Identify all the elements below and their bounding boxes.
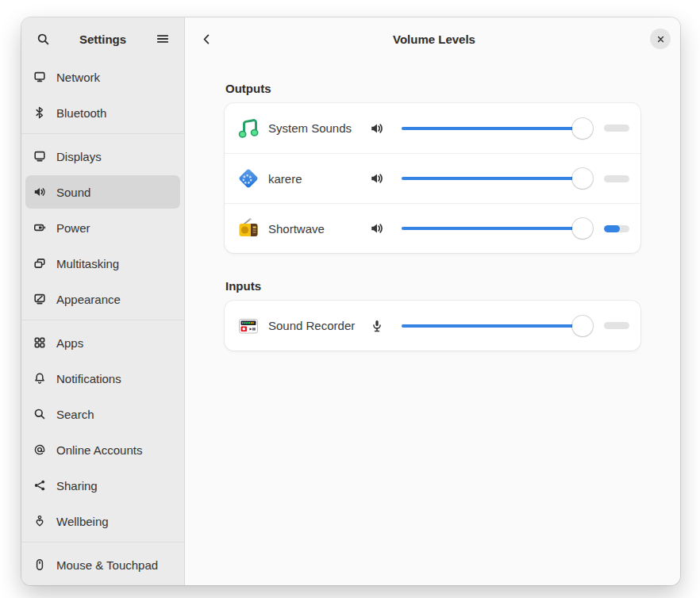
sidebar-item-mouse-touchpad[interactable]: Mouse & Touchpad <box>25 548 180 581</box>
appearance-icon <box>33 293 46 305</box>
sidebar-item-apps[interactable]: Apps <box>25 326 180 359</box>
volume-slider[interactable] <box>402 218 593 239</box>
back-chevron-icon <box>200 33 213 46</box>
sidebar-item-search[interactable]: Search <box>25 397 180 431</box>
sidebar-item-network[interactable]: Network <box>25 60 180 94</box>
sidebar-item-bluetooth[interactable]: Bluetooth <box>25 96 180 129</box>
search-icon <box>37 33 50 46</box>
inputs-card: Sound Recorder <box>225 301 640 351</box>
sidebar-item-appearance[interactable]: Appearance <box>25 282 180 316</box>
sidebar: Settings Network Bluetooth Displays Soun… <box>21 17 185 585</box>
outputs-heading: Outputs <box>225 82 640 95</box>
sidebar-item-label: Bluetooth <box>56 106 106 120</box>
sidebar-item-power[interactable]: Power <box>25 211 180 244</box>
sharing-icon <box>33 479 46 492</box>
sidebar-item-label: Multitasking <box>56 257 119 270</box>
level-meter <box>604 322 629 329</box>
sound-recorder-app-icon <box>236 313 261 339</box>
volume-levels-panel: Volume Levels Outputs System Sounds kare… <box>185 17 680 585</box>
hamburger-icon <box>156 32 170 46</box>
sidebar-item-label: Notifications <box>56 372 121 385</box>
slider-fill <box>402 324 583 328</box>
bluetooth-icon <box>33 106 46 119</box>
mouse-touchpad-icon <box>33 558 46 571</box>
sidebar-divider <box>21 133 184 134</box>
multitasking-icon <box>33 257 46 270</box>
slider-handle[interactable] <box>572 118 593 139</box>
search-icon <box>33 408 46 420</box>
slider-handle[interactable] <box>572 316 593 336</box>
sidebar-item-notifications[interactable]: Notifications <box>25 362 180 395</box>
apps-icon <box>33 336 46 349</box>
inputs-heading: Inputs <box>225 279 640 293</box>
slider-fill <box>402 227 583 230</box>
system-sounds-app-icon <box>236 116 261 141</box>
sidebar-divider <box>21 320 184 320</box>
online-accounts-icon <box>33 443 46 456</box>
sidebar-item-multitasking[interactable]: Multitasking <box>25 247 180 280</box>
sidebar-title: Settings <box>55 33 151 46</box>
slider-handle[interactable] <box>572 218 593 239</box>
close-icon <box>656 34 666 44</box>
sidebar-item-displays[interactable]: Displays <box>25 140 180 173</box>
page-title: Volume Levels <box>218 33 650 46</box>
volume-row-shortwave: Shortwave <box>225 203 640 253</box>
volume-slider[interactable] <box>402 168 593 189</box>
power-icon <box>33 221 46 234</box>
volume-slider[interactable] <box>402 118 593 139</box>
sidebar-item-label: Sharing <box>56 479 98 493</box>
level-meter <box>604 125 629 132</box>
sidebar-item-label: Online Accounts <box>56 443 142 457</box>
level-meter <box>604 225 629 232</box>
microphone-icon[interactable] <box>365 314 389 338</box>
sidebar-item-label: Sound <box>56 186 90 199</box>
speaker-icon[interactable] <box>365 167 389 190</box>
close-button[interactable] <box>650 29 671 49</box>
wellbeing-icon <box>33 515 46 527</box>
karere-app-icon <box>236 166 261 191</box>
speaker-icon[interactable] <box>365 117 389 140</box>
sidebar-item-label: Wellbeing <box>56 515 109 528</box>
sidebar-item-wellbeing[interactable]: Wellbeing <box>25 504 180 538</box>
sidebar-item-label: Search <box>56 408 94 421</box>
sidebar-search-button[interactable] <box>31 27 55 51</box>
volume-row-sound-recorder: Sound Recorder <box>225 301 640 351</box>
sidebar-item-label: Power <box>56 221 90 235</box>
sound-icon <box>33 186 46 198</box>
level-meter-fill <box>604 225 620 232</box>
sidebar-divider <box>21 542 184 542</box>
sidebar-item-sound[interactable]: Sound <box>25 175 180 209</box>
main-menu-button[interactable] <box>151 27 175 51</box>
sidebar-item-label: Appearance <box>56 293 121 306</box>
network-icon <box>33 71 46 83</box>
back-button[interactable] <box>194 27 218 51</box>
sidebar-header: Settings <box>21 17 184 60</box>
app-name: Sound Recorder <box>268 319 365 332</box>
volume-row-system-sounds: System Sounds <box>225 103 640 153</box>
app-name: karere <box>268 172 365 186</box>
volume-row-karere: karere <box>225 153 640 203</box>
slider-handle[interactable] <box>572 168 593 189</box>
sidebar-item-label: Network <box>56 71 100 84</box>
sidebar-item-label: Displays <box>56 150 102 163</box>
level-meter <box>604 175 629 182</box>
sidebar-item-label: Apps <box>56 336 83 350</box>
displays-icon <box>33 150 46 163</box>
slider-fill <box>402 127 583 130</box>
app-name: System Sounds <box>268 121 365 135</box>
sidebar-item-label: Mouse & Touchpad <box>56 558 158 572</box>
sidebar-item-sharing[interactable]: Sharing <box>25 469 180 502</box>
slider-fill <box>402 177 583 180</box>
sidebar-item-online-accounts[interactable]: Online Accounts <box>25 433 180 466</box>
sidebar-nav: Network Bluetooth Displays Sound Power M… <box>21 60 184 585</box>
speaker-icon[interactable] <box>365 217 389 240</box>
shortwave-app-icon <box>236 216 261 241</box>
app-name: Shortwave <box>268 222 365 236</box>
panel-header: Volume Levels <box>185 17 680 60</box>
outputs-card: System Sounds karere Shortwave <box>225 103 640 253</box>
settings-window: Settings Network Bluetooth Displays Soun… <box>21 17 680 585</box>
notifications-icon <box>33 372 46 385</box>
volume-slider[interactable] <box>402 316 593 336</box>
panel-content: Outputs System Sounds karere Shortwave <box>185 60 680 377</box>
